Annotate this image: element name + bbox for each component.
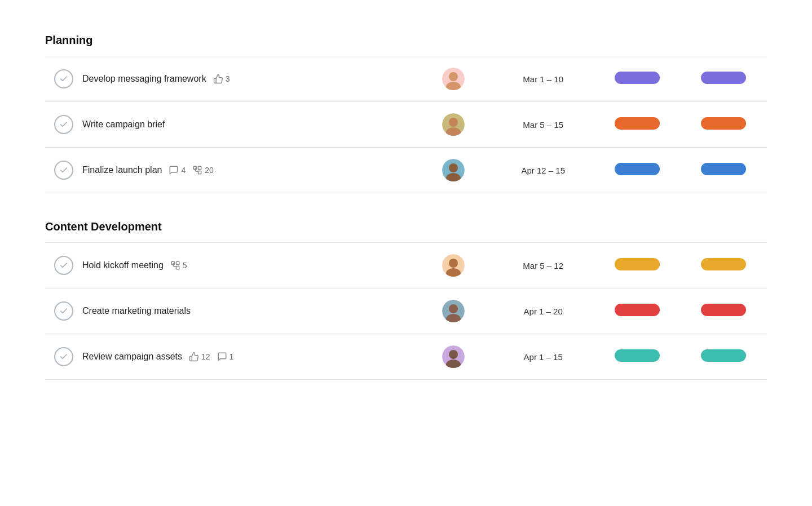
svg-point-1	[449, 72, 458, 81]
task-name: Hold kickoff meeting 5	[82, 260, 187, 270]
section-content-development: Content DevelopmentHold kickoff meeting …	[45, 220, 767, 380]
svg-rect-7	[198, 166, 201, 169]
svg-rect-13	[176, 261, 179, 264]
avatar	[442, 254, 465, 277]
task-checkbox[interactable]	[54, 161, 73, 180]
task-name-text: Hold kickoff meeting	[82, 260, 164, 270]
status-pill-1[interactable]	[615, 72, 660, 84]
task-name-text: Finalize launch plan	[82, 165, 162, 175]
task-date: Mar 5 – 15	[493, 102, 594, 148]
svg-rect-8	[198, 171, 201, 174]
avatar	[442, 113, 465, 136]
status-pill-1[interactable]	[615, 304, 660, 316]
svg-rect-14	[176, 267, 179, 269]
avatar	[442, 68, 465, 90]
table-row[interactable]: Hold kickoff meeting 5Mar 5 – 12	[45, 243, 767, 288]
status-pill-1[interactable]	[615, 163, 660, 175]
meta-thumbs-up: 3	[213, 74, 230, 84]
task-checkbox[interactable]	[54, 256, 73, 275]
svg-point-10	[449, 163, 458, 172]
meta-comment: 1	[217, 352, 234, 362]
task-table-content-development: Hold kickoff meeting 5Mar 5 – 12Create m…	[45, 242, 767, 380]
task-name-text: Write campaign brief	[82, 119, 165, 130]
table-row[interactable]: Finalize launch plan 4 20Apr 12 – 15	[45, 148, 767, 193]
task-name-text: Review campaign assets	[82, 352, 182, 362]
svg-point-22	[449, 350, 458, 359]
task-date: Apr 1 – 20	[493, 288, 594, 334]
status-pill-2[interactable]	[701, 163, 746, 175]
task-table-planning: Develop messaging framework 3Mar 1 – 10W…	[45, 56, 767, 193]
status-pill-2[interactable]	[701, 117, 746, 130]
table-row[interactable]: Create marketing materialsApr 1 – 20	[45, 288, 767, 334]
table-row[interactable]: Write campaign briefMar 5 – 15	[45, 102, 767, 148]
status-pill-1[interactable]	[615, 349, 660, 362]
status-pill-1[interactable]	[615, 258, 660, 270]
meta-value: 20	[205, 166, 214, 175]
avatar	[442, 345, 465, 368]
task-checkbox[interactable]	[54, 69, 73, 88]
task-date: Apr 12 – 15	[493, 148, 594, 193]
meta-subtask: 20	[192, 165, 214, 175]
task-name: Review campaign assets 12 1	[82, 352, 233, 362]
meta-thumbs-up: 12	[189, 352, 210, 362]
status-pill-1[interactable]	[615, 117, 660, 130]
status-pill-2[interactable]	[701, 304, 746, 316]
avatar	[442, 300, 465, 322]
svg-point-19	[449, 304, 458, 313]
task-checkbox[interactable]	[54, 301, 73, 321]
meta-value: 1	[230, 352, 234, 361]
table-row[interactable]: Develop messaging framework 3Mar 1 – 10	[45, 56, 767, 102]
status-pill-2[interactable]	[701, 258, 746, 270]
avatar	[442, 159, 465, 181]
meta-value: 4	[181, 166, 186, 175]
section-planning: PlanningDevelop messaging framework 3Mar…	[45, 34, 767, 193]
task-name: Create marketing materials	[82, 306, 191, 316]
task-name-text: Create marketing materials	[82, 306, 191, 316]
meta-subtask: 5	[170, 260, 187, 270]
task-date: Apr 1 – 15	[493, 334, 594, 380]
svg-point-16	[449, 259, 458, 268]
task-checkbox[interactable]	[54, 347, 73, 366]
meta-value: 5	[183, 261, 187, 270]
task-date: Mar 5 – 12	[493, 243, 594, 288]
status-pill-2[interactable]	[701, 349, 746, 362]
status-pill-2[interactable]	[701, 72, 746, 84]
meta-value: 3	[226, 74, 230, 83]
task-date: Mar 1 – 10	[493, 56, 594, 102]
meta-value: 12	[201, 352, 210, 361]
meta-comment: 4	[169, 165, 186, 175]
section-title: Content Development	[45, 220, 767, 233]
task-name: Write campaign brief	[82, 119, 165, 130]
svg-point-4	[449, 118, 458, 127]
task-checkbox[interactable]	[54, 115, 73, 134]
task-name-text: Develop messaging framework	[82, 74, 206, 84]
task-name: Finalize launch plan 4 20	[82, 165, 214, 175]
task-name: Develop messaging framework 3	[82, 74, 230, 84]
table-row[interactable]: Review campaign assets 12 1Apr 1 – 15	[45, 334, 767, 380]
section-title: Planning	[45, 34, 767, 47]
